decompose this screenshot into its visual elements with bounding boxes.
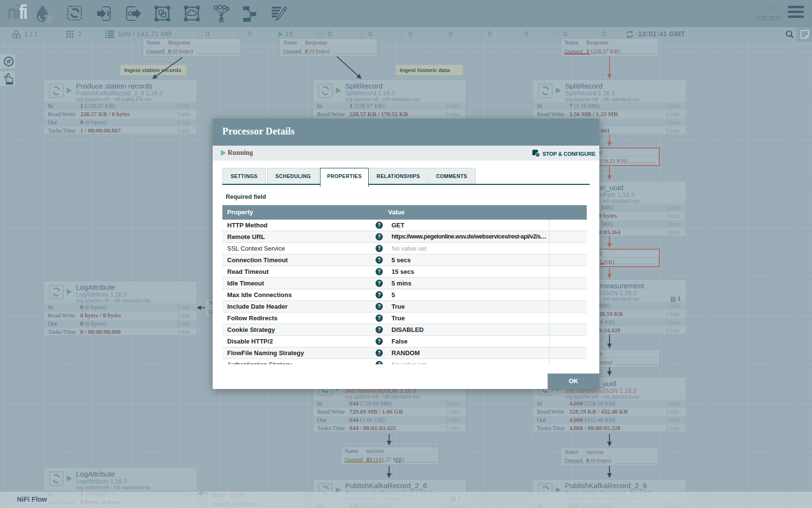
svg-text:?: ? <box>593 30 597 38</box>
